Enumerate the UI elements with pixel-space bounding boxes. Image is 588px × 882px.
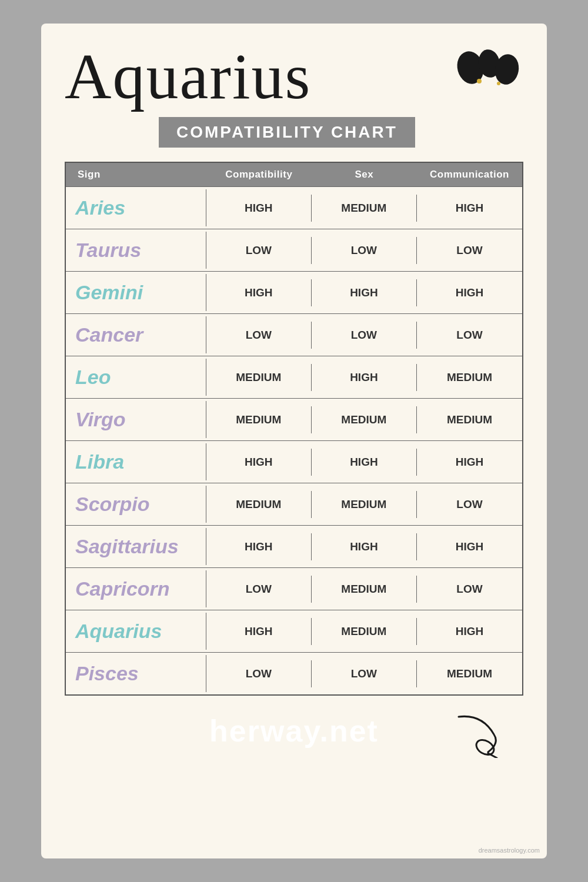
col-compatibility: Compatibility	[206, 169, 312, 181]
compatibility-cell: HIGH	[206, 279, 312, 306]
svg-point-3	[477, 79, 482, 83]
watermark: dreamsastrology.com	[479, 847, 540, 854]
col-sex: Sex	[312, 169, 417, 181]
compatibility-cell: LOW	[206, 576, 312, 603]
sex-cell: MEDIUM	[312, 406, 417, 433]
website-label: herway.net	[209, 713, 379, 749]
communication-cell: MEDIUM	[417, 364, 522, 391]
sign-cell: Sagittarius	[66, 528, 206, 565]
compatibility-cell: HIGH	[206, 533, 312, 560]
sign-cell: Cancer	[66, 316, 206, 353]
sign-cell: Pisces	[66, 655, 206, 692]
table-row: Leo MEDIUM HIGH MEDIUM	[66, 356, 522, 398]
table-row: Taurus LOW LOW LOW	[66, 229, 522, 271]
arrow-decoration	[447, 711, 506, 760]
subtitle-bar: COMPATIBILITY CHART	[159, 117, 415, 148]
communication-cell: HIGH	[417, 533, 522, 560]
table-header: Sign Compatibility Sex Communication	[66, 163, 522, 186]
header: Aquarius	[65, 41, 523, 148]
compatibility-cell: MEDIUM	[206, 491, 312, 518]
sex-cell: LOW	[312, 322, 417, 349]
communication-cell: HIGH	[417, 195, 522, 222]
table-row: Capricorn LOW MEDIUM LOW	[66, 567, 522, 610]
communication-cell: LOW	[417, 491, 522, 518]
table-row: Virgo MEDIUM MEDIUM MEDIUM	[66, 398, 522, 440]
communication-cell: MEDIUM	[417, 406, 522, 433]
sign-cell: Virgo	[66, 401, 206, 438]
sex-cell: LOW	[312, 660, 417, 687]
sign-cell: Libra	[66, 443, 206, 480]
sex-cell: HIGH	[312, 364, 417, 391]
col-communication: Communication	[417, 169, 522, 181]
svg-point-5	[474, 737, 497, 757]
communication-cell: LOW	[417, 237, 522, 264]
table-row: Cancer LOW LOW LOW	[66, 313, 522, 356]
table-row: Scorpio MEDIUM MEDIUM LOW	[66, 483, 522, 525]
sign-cell: Gemini	[66, 274, 206, 311]
table-row: Libra HIGH HIGH HIGH	[66, 440, 522, 483]
communication-cell: MEDIUM	[417, 660, 522, 687]
table-body: Aries HIGH MEDIUM HIGH Taurus LOW LOW LO…	[66, 186, 522, 694]
page-title: Aquarius	[65, 44, 447, 109]
table-row: Gemini HIGH HIGH HIGH	[66, 271, 522, 313]
col-sign: Sign	[66, 169, 206, 181]
communication-cell: LOW	[417, 576, 522, 603]
compatibility-cell: LOW	[206, 322, 312, 349]
aquarius-symbol	[453, 47, 523, 111]
svg-point-4	[497, 82, 500, 85]
sign-cell: Capricorn	[66, 570, 206, 607]
compatibility-cell: LOW	[206, 660, 312, 687]
title-row: Aquarius	[65, 41, 523, 111]
compatibility-cell: HIGH	[206, 195, 312, 222]
sex-cell: MEDIUM	[312, 195, 417, 222]
subtitle-text: COMPATIBILITY CHART	[176, 123, 397, 141]
compatibility-cell: HIGH	[206, 449, 312, 476]
table-row: Sagittarius HIGH HIGH HIGH	[66, 525, 522, 567]
compatibility-table: Sign Compatibility Sex Communication Ari…	[65, 162, 523, 696]
sex-cell: HIGH	[312, 449, 417, 476]
communication-cell: HIGH	[417, 279, 522, 306]
table-row: Pisces LOW LOW MEDIUM	[66, 652, 522, 694]
communication-cell: HIGH	[417, 618, 522, 645]
main-card: Aquarius	[41, 24, 547, 858]
sign-cell: Scorpio	[66, 486, 206, 523]
sex-cell: MEDIUM	[312, 491, 417, 518]
sex-cell: LOW	[312, 237, 417, 264]
table-row: Aries HIGH MEDIUM HIGH	[66, 186, 522, 229]
sex-cell: HIGH	[312, 533, 417, 560]
table-row: Aquarius HIGH MEDIUM HIGH	[66, 610, 522, 652]
sex-cell: MEDIUM	[312, 618, 417, 645]
compatibility-cell: HIGH	[206, 618, 312, 645]
communication-cell: LOW	[417, 322, 522, 349]
communication-cell: HIGH	[417, 449, 522, 476]
compatibility-cell: MEDIUM	[206, 364, 312, 391]
sign-cell: Aries	[66, 189, 206, 226]
compatibility-cell: LOW	[206, 237, 312, 264]
footer: herway.net	[65, 713, 523, 749]
sign-cell: Taurus	[66, 232, 206, 269]
sign-cell: Aquarius	[66, 613, 206, 650]
sex-cell: HIGH	[312, 279, 417, 306]
sex-cell: MEDIUM	[312, 576, 417, 603]
sign-cell: Leo	[66, 359, 206, 396]
compatibility-cell: MEDIUM	[206, 406, 312, 433]
